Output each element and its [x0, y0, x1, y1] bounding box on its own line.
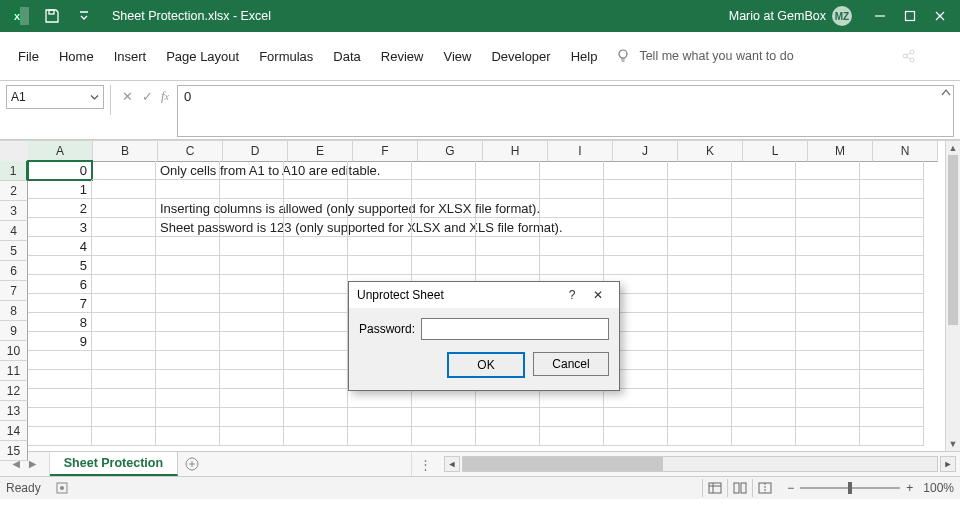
cell-L15[interactable]	[732, 427, 796, 446]
row-head-7[interactable]: 7	[0, 281, 28, 301]
cell-A14[interactable]	[28, 408, 92, 427]
cell-I4[interactable]	[540, 218, 604, 237]
row-head-3[interactable]: 3	[0, 201, 28, 221]
tell-me-search[interactable]: Tell me what you want to do	[615, 48, 793, 64]
cell-E11[interactable]	[284, 351, 348, 370]
cell-J3[interactable]	[604, 199, 668, 218]
cell-A3[interactable]: 2	[28, 199, 92, 218]
tab-review[interactable]: Review	[371, 43, 434, 70]
cell-A2[interactable]: 1	[28, 180, 92, 199]
cell-L1[interactable]	[732, 161, 796, 180]
page-break-view-icon[interactable]	[752, 479, 777, 497]
cell-F4[interactable]	[348, 218, 412, 237]
cell-G2[interactable]	[412, 180, 476, 199]
cell-J15[interactable]	[604, 427, 668, 446]
cell-C10[interactable]	[156, 332, 220, 351]
row-head-11[interactable]: 11	[0, 361, 28, 381]
ok-button[interactable]: OK	[447, 352, 525, 378]
cell-L11[interactable]	[732, 351, 796, 370]
cell-N13[interactable]	[860, 389, 924, 408]
cell-L7[interactable]	[732, 275, 796, 294]
cell-C2[interactable]	[156, 180, 220, 199]
cell-G3[interactable]	[412, 199, 476, 218]
cell-I13[interactable]	[540, 389, 604, 408]
cell-B4[interactable]	[92, 218, 156, 237]
cell-M1[interactable]	[796, 161, 860, 180]
cell-G14[interactable]	[412, 408, 476, 427]
cell-D15[interactable]	[220, 427, 284, 446]
save-icon[interactable]	[38, 2, 66, 30]
cell-D13[interactable]	[220, 389, 284, 408]
cell-N10[interactable]	[860, 332, 924, 351]
tab-data[interactable]: Data	[323, 43, 370, 70]
zoom-in-icon[interactable]: +	[906, 481, 913, 495]
cell-H5[interactable]	[476, 237, 540, 256]
cell-L9[interactable]	[732, 313, 796, 332]
col-head-B[interactable]: B	[93, 141, 158, 162]
scroll-down-icon[interactable]: ▼	[946, 437, 960, 451]
cell-K1[interactable]	[668, 161, 732, 180]
cell-G13[interactable]	[412, 389, 476, 408]
col-head-J[interactable]: J	[613, 141, 678, 162]
cell-D8[interactable]	[220, 294, 284, 313]
cell-K15[interactable]	[668, 427, 732, 446]
name-box[interactable]: A1	[6, 85, 104, 109]
cell-J4[interactable]	[604, 218, 668, 237]
close-button[interactable]	[926, 2, 954, 30]
hscroll-left-icon[interactable]: ◄	[444, 456, 460, 472]
col-head-N[interactable]: N	[873, 141, 938, 162]
col-head-K[interactable]: K	[678, 141, 743, 162]
cell-B10[interactable]	[92, 332, 156, 351]
cell-B3[interactable]	[92, 199, 156, 218]
cell-B2[interactable]	[92, 180, 156, 199]
collapse-formula-bar-icon[interactable]	[940, 87, 952, 99]
normal-view-icon[interactable]	[702, 479, 727, 497]
share-button[interactable]: Share	[901, 49, 952, 63]
cell-E6[interactable]	[284, 256, 348, 275]
cell-K8[interactable]	[668, 294, 732, 313]
cell-B11[interactable]	[92, 351, 156, 370]
row-head-4[interactable]: 4	[0, 221, 28, 241]
row-head-6[interactable]: 6	[0, 261, 28, 281]
row-head-8[interactable]: 8	[0, 301, 28, 321]
cell-J6[interactable]	[604, 256, 668, 275]
cell-H6[interactable]	[476, 256, 540, 275]
qat-dropdown-icon[interactable]	[70, 2, 98, 30]
cell-N6[interactable]	[860, 256, 924, 275]
cell-K14[interactable]	[668, 408, 732, 427]
row-head-13[interactable]: 13	[0, 401, 28, 421]
cell-A6[interactable]: 5	[28, 256, 92, 275]
cell-A8[interactable]: 7	[28, 294, 92, 313]
cell-N2[interactable]	[860, 180, 924, 199]
scroll-thumb[interactable]	[948, 155, 958, 325]
cell-E14[interactable]	[284, 408, 348, 427]
tab-view[interactable]: View	[433, 43, 481, 70]
cell-L5[interactable]	[732, 237, 796, 256]
cell-E12[interactable]	[284, 370, 348, 389]
cell-N3[interactable]	[860, 199, 924, 218]
cell-C1[interactable]: Only cells from A1 to A10 are editable.	[156, 161, 220, 180]
cell-G1[interactable]	[412, 161, 476, 180]
cell-F13[interactable]	[348, 389, 412, 408]
new-sheet-button[interactable]	[178, 452, 206, 476]
cell-B8[interactable]	[92, 294, 156, 313]
cell-D5[interactable]	[220, 237, 284, 256]
col-head-H[interactable]: H	[483, 141, 548, 162]
row-head-15[interactable]: 15	[0, 441, 28, 461]
tab-home[interactable]: Home	[49, 43, 104, 70]
cell-M14[interactable]	[796, 408, 860, 427]
dialog-close-button[interactable]: ✕	[585, 288, 611, 302]
tab-file[interactable]: File	[8, 43, 49, 70]
cell-L10[interactable]	[732, 332, 796, 351]
minimize-button[interactable]	[866, 2, 894, 30]
cell-K4[interactable]	[668, 218, 732, 237]
cell-C8[interactable]	[156, 294, 220, 313]
cell-E15[interactable]	[284, 427, 348, 446]
cell-K9[interactable]	[668, 313, 732, 332]
cell-C13[interactable]	[156, 389, 220, 408]
cell-L3[interactable]	[732, 199, 796, 218]
cell-E3[interactable]	[284, 199, 348, 218]
vertical-scrollbar[interactable]: ▲ ▼	[945, 141, 960, 451]
cell-L8[interactable]	[732, 294, 796, 313]
cell-I1[interactable]	[540, 161, 604, 180]
